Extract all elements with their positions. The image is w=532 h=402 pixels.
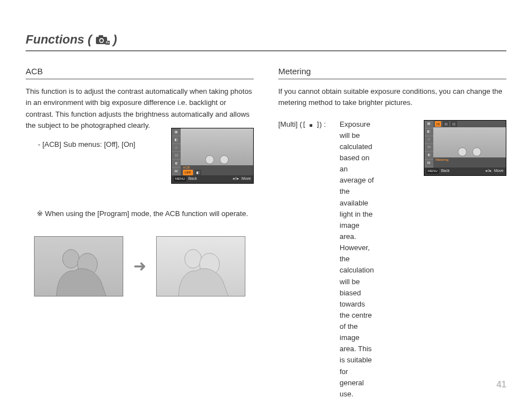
acb-screen-photo: [181, 128, 253, 165]
page-number: 41: [496, 380, 506, 390]
metering-item-multi: [Multi] ([ ▪ ]) : Exposure will be calcu…: [278, 119, 418, 400]
acb-screen-bottom-bar: MENU Back ◂◊▸ Move: [172, 175, 253, 183]
nav-arrows-icon: ◂◊▸: [485, 168, 491, 174]
section-heading-acb: ACB: [26, 65, 254, 79]
metering-screen-preview: ▦◧☼⊡◐▤ Metering [▪] [·]: [424, 120, 506, 176]
metering-back-label: Back: [441, 168, 450, 174]
acb-move-label: Move: [241, 176, 251, 182]
multi-metering-icon: [ ▪ ]: [302, 120, 320, 131]
metering-screen-side-icons: ▦◧☼⊡◐▤: [424, 121, 433, 168]
metering-move-label: Move: [494, 168, 504, 174]
acb-screen-label: ACB: [183, 166, 251, 169]
svg-point-8: [185, 250, 201, 269]
arrow-right-icon: ➜: [133, 254, 146, 278]
metering-screen-bottom-bar: MENU Back ◂◊▸ Move: [424, 168, 506, 175]
acb-comparison-row: ➜: [26, 236, 254, 296]
svg-text:Fn: Fn: [105, 41, 109, 44]
acb-submenu-text: - [ACB] Sub menus: [Off], [On]: [38, 139, 162, 150]
acb-chip-off: OFF: [183, 170, 193, 175]
metering-screen-top-chips: [▪] [·] [ ]: [433, 121, 506, 127]
svg-point-6: [62, 250, 79, 269]
sample-photo-after: [156, 236, 245, 296]
svg-rect-1: [99, 35, 103, 37]
acb-description: This function is to adjust the contrast …: [26, 86, 254, 131]
camera-fn-icon: Fn: [95, 35, 110, 45]
section-heading-metering: Metering: [278, 65, 506, 79]
acb-screen-side-icons: ▦◧☼⊡◐▤: [172, 128, 181, 175]
metering-screen-option-bar: Metering: [433, 157, 506, 168]
metering-chip-center: [ ]: [451, 121, 457, 127]
page-title-prefix: Functions (: [26, 32, 92, 47]
left-column: ACB This function is to adjust the contr…: [26, 65, 254, 402]
acb-screen-option-bar: ACB OFF ◧: [181, 165, 253, 175]
right-column: Metering If you cannot obtain suitable e…: [278, 65, 506, 402]
menu-icon: MENU: [427, 169, 439, 174]
acb-screen-preview: ▦◧☼⊡◐▤ ACB OFF ◧: [171, 128, 254, 184]
metering-chip-spot: [·]: [443, 121, 449, 127]
nav-arrows-icon: ◂◊▸: [233, 176, 239, 182]
metering-multi-label: [Multi] (: [278, 120, 302, 128]
acb-back-label: Back: [188, 176, 197, 182]
svg-point-3: [100, 39, 103, 42]
menu-icon: MENU: [174, 176, 186, 181]
acb-chip-on: ◧: [195, 170, 201, 175]
metering-description: If you cannot obtain suitable exposure c…: [278, 86, 506, 108]
sample-photo-before: [34, 236, 123, 296]
metering-chip-multi: [▪]: [435, 121, 441, 127]
page-title-suffix: ): [113, 32, 117, 47]
page-title: Functions ( Fn ): [26, 32, 506, 51]
acb-program-note: ※ When using the [Program] mode, the ACB…: [37, 208, 254, 219]
metering-screen-label: Metering: [436, 158, 504, 161]
